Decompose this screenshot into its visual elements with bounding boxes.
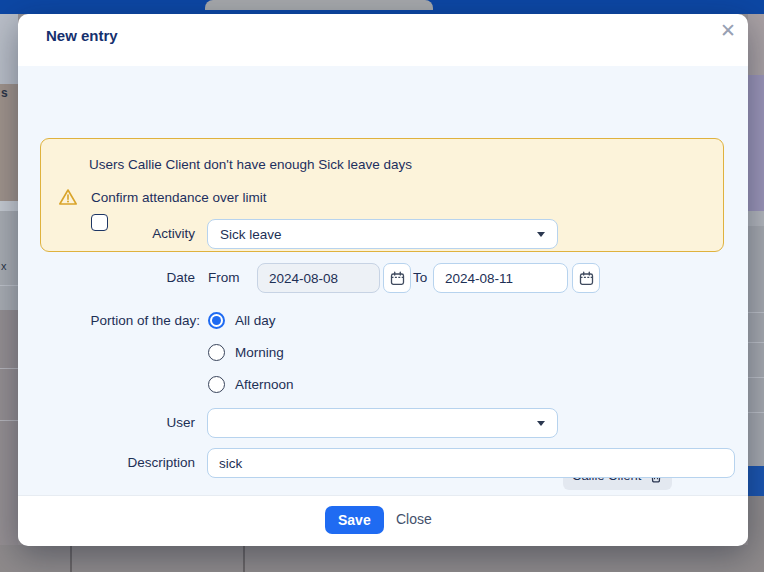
activity-label: Activity bbox=[18, 226, 195, 241]
portion-option-all-day[interactable]: All day bbox=[208, 312, 276, 329]
background-region bbox=[0, 14, 18, 84]
description-input[interactable] bbox=[207, 448, 735, 478]
user-label: User bbox=[18, 415, 195, 430]
date-label: Date bbox=[18, 270, 195, 285]
to-label: To bbox=[413, 270, 433, 285]
background-text-fragment: x bbox=[1, 260, 7, 272]
background-gridline bbox=[748, 312, 764, 313]
user-select[interactable] bbox=[207, 408, 558, 438]
warning-icon bbox=[58, 188, 78, 210]
modal-title: New entry bbox=[46, 27, 118, 44]
modal-footer: Save Close bbox=[18, 495, 748, 546]
background-gridline bbox=[748, 377, 764, 378]
to-calendar-button[interactable] bbox=[572, 263, 600, 293]
background-gridline bbox=[70, 545, 72, 572]
background-region bbox=[748, 211, 764, 226]
activity-select[interactable]: Sick leave bbox=[207, 219, 558, 249]
background-text-fragment: s bbox=[1, 86, 8, 100]
radio-icon bbox=[208, 312, 225, 329]
background-region bbox=[748, 75, 764, 211]
background-tab-button bbox=[205, 0, 433, 10]
background-region bbox=[748, 14, 764, 75]
warning-message: Users Callie Client don't have enough Si… bbox=[89, 157, 412, 172]
background-region bbox=[0, 201, 18, 211]
background-region bbox=[0, 310, 18, 545]
close-icon[interactable]: ✕ bbox=[720, 21, 736, 40]
new-entry-modal: New entry ✕ Users Callie Client don't ha… bbox=[18, 14, 748, 545]
portion-option-label: All day bbox=[235, 313, 276, 328]
radio-icon bbox=[208, 376, 225, 393]
confirm-over-limit-label: Confirm attendance over limit bbox=[91, 190, 267, 205]
background-gridline bbox=[0, 420, 18, 421]
from-calendar-button[interactable] bbox=[383, 263, 411, 293]
portion-option-label: Morning bbox=[235, 345, 284, 360]
calendar-icon bbox=[390, 271, 405, 286]
background-gridline bbox=[0, 368, 18, 369]
background-region bbox=[0, 545, 764, 572]
chevron-down-icon bbox=[537, 421, 545, 426]
from-date-input[interactable] bbox=[257, 263, 380, 293]
portion-option-label: Afternoon bbox=[235, 377, 294, 392]
close-button[interactable]: Close bbox=[390, 510, 438, 528]
to-date-input[interactable] bbox=[433, 263, 568, 293]
portion-option-afternoon[interactable]: Afternoon bbox=[208, 376, 294, 393]
calendar-icon bbox=[579, 271, 594, 286]
portion-option-morning[interactable]: Morning bbox=[208, 344, 284, 361]
activity-value: Sick leave bbox=[220, 227, 537, 242]
background-gridline bbox=[748, 342, 764, 343]
background-gridline bbox=[0, 285, 18, 286]
portion-label: Portion of the day: bbox=[18, 313, 200, 328]
save-button[interactable]: Save bbox=[325, 506, 384, 534]
chevron-down-icon bbox=[537, 232, 545, 237]
background-gridline bbox=[243, 545, 245, 572]
modal-body: Users Callie Client don't have enough Si… bbox=[18, 66, 748, 495]
radio-icon bbox=[208, 344, 225, 361]
background-region bbox=[0, 84, 18, 201]
screen: s x New entry ✕ Users Callie Clien bbox=[0, 0, 764, 572]
background-region bbox=[748, 226, 764, 466]
background-gridline bbox=[748, 412, 764, 413]
description-label: Description bbox=[18, 455, 195, 470]
from-label: From bbox=[208, 270, 248, 285]
